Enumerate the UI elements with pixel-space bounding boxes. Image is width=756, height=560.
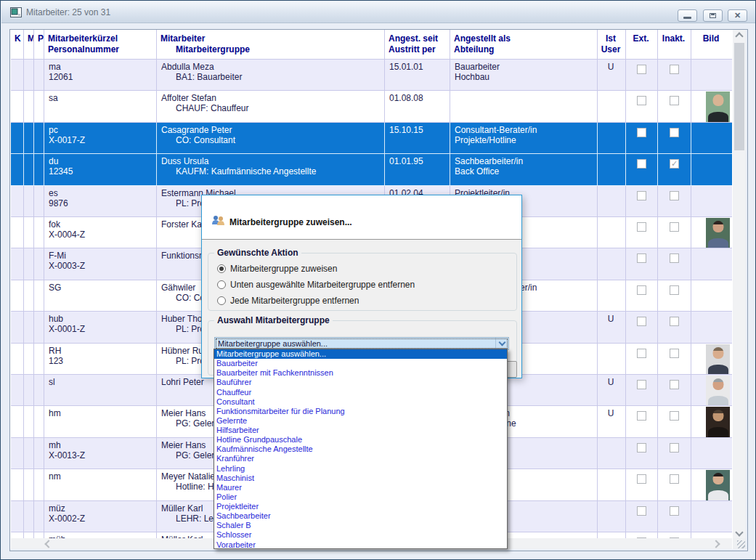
inakt-checkbox[interactable]: [670, 411, 679, 421]
dropdown-item[interactable]: Mitarbeitergruppe auswählen...: [214, 349, 507, 359]
window-titlebar[interactable]: Mitarbeiter: 25 von 31 ✕: [1, 1, 756, 23]
combobox-dropdown-button[interactable]: [495, 338, 508, 349]
column-header-angest-seit[interactable]: Angest. seit Austritt per: [385, 30, 450, 60]
ext-checkbox[interactable]: [637, 65, 646, 74]
inakt-checkbox[interactable]: [670, 65, 679, 74]
inakt-checkbox[interactable]: [670, 506, 679, 516]
ext-checkbox[interactable]: [637, 285, 646, 295]
ext-checkbox[interactable]: [637, 96, 646, 105]
inakt-checkbox[interactable]: [670, 128, 679, 137]
radio-option[interactable]: Unten ausgewählte Mitarbeitergruppe entf…: [217, 280, 415, 290]
ext-checkbox[interactable]: [637, 128, 646, 137]
dropdown-item[interactable]: Funktionsmitarbeiter für die Planung: [214, 407, 507, 416]
radio-label: Mitarbeitergruppe zuweisen: [230, 264, 337, 274]
dropdown-item[interactable]: Gelernte: [214, 416, 507, 426]
inakt-checkbox[interactable]: [670, 159, 679, 169]
table-row[interactable]: du12345Duss UrsulaKAUFM: Kaufmännische A…: [11, 154, 732, 185]
radio-option[interactable]: Jede Mitarbeitergruppe entfernen: [217, 296, 359, 306]
ist-user-text: [598, 248, 625, 251]
dropdown-item[interactable]: Hotline Grundpauschale: [214, 435, 507, 445]
ext-checkbox[interactable]: [637, 411, 646, 421]
employee-photo: [706, 376, 730, 405]
ext-checkbox[interactable]: [637, 159, 646, 169]
resize-grip-icon[interactable]: [737, 540, 745, 548]
group-dropdown-list[interactable]: Mitarbeitergruppe auswählen...Bauarbeite…: [214, 349, 508, 549]
cell-angest-seit: 15.10.15: [385, 123, 450, 153]
dropdown-item[interactable]: Lehrling: [214, 464, 507, 474]
dropdown-item[interactable]: Schlosser: [214, 530, 507, 540]
ext-checkbox[interactable]: [637, 349, 646, 358]
dropdown-item[interactable]: Sachbearbeiter: [214, 511, 507, 521]
ext-checkbox[interactable]: [637, 380, 646, 389]
radio-button[interactable]: [217, 264, 226, 273]
column-header-p[interactable]: P: [34, 30, 44, 60]
column-header-k[interactable]: K: [11, 30, 24, 60]
close-button[interactable]: ✕: [728, 9, 747, 22]
column-header-ist-user[interactable]: Ist User: [598, 30, 626, 60]
dropdown-item[interactable]: Kaufmännische Angestellte: [214, 445, 507, 454]
table-row[interactable]: saAffolter StefanCHAUF: Chauffeur01.08.0…: [11, 91, 732, 122]
inakt-checkbox[interactable]: [670, 222, 679, 232]
table-row[interactable]: pcX-0017-ZCasagrande PeterCO: Consultant…: [11, 123, 732, 154]
mitarbeiter-name: Abdulla Meza: [157, 60, 384, 72]
radio-button[interactable]: [217, 280, 226, 289]
inakt-checkbox[interactable]: [670, 317, 679, 326]
dropdown-item[interactable]: Vorarbeiter: [214, 540, 507, 550]
radio-option[interactable]: Mitarbeitergruppe zuweisen: [217, 264, 337, 274]
ext-checkbox[interactable]: [637, 443, 646, 453]
ext-checkbox[interactable]: [637, 506, 646, 516]
kuerzel-text: es: [44, 186, 156, 198]
cell-ext: [626, 501, 658, 532]
vertical-scrollbar[interactable]: [733, 30, 746, 538]
minimize-button[interactable]: [678, 9, 697, 22]
column-header-inakt[interactable]: Inakt.: [658, 30, 691, 60]
ist-user-text: [598, 344, 625, 346]
dropdown-item[interactable]: Hilfsarbeiter: [214, 426, 507, 435]
cell-p: [34, 154, 44, 184]
dropdown-item[interactable]: Schaler B: [214, 521, 507, 530]
cell-angestellt-abteilung: Sachbearbeiter/inBack Office: [450, 154, 598, 184]
dropdown-item[interactable]: Projektleiter: [214, 502, 507, 511]
column-header-bild[interactable]: Bild: [691, 30, 732, 60]
dropdown-item[interactable]: Bauarbeiter: [214, 359, 507, 368]
column-header-ext[interactable]: Ext.: [626, 30, 658, 60]
inakt-checkbox[interactable]: [670, 253, 679, 263]
dropdown-item[interactable]: Maurer: [214, 483, 507, 492]
angestellt-text: Sachbearbeiter/in: [450, 154, 597, 166]
scroll-down-button[interactable]: [733, 526, 746, 538]
kuerzel-text: ma: [44, 60, 156, 72]
inakt-checkbox[interactable]: [670, 96, 679, 105]
ist-user-text: [598, 217, 625, 219]
dropdown-item[interactable]: Kranführer: [214, 454, 507, 463]
dropdown-item[interactable]: Polier: [214, 492, 507, 502]
ist-user-text: [598, 123, 625, 125]
scroll-left-button[interactable]: [40, 538, 57, 549]
scroll-right-button[interactable]: [707, 538, 725, 549]
inakt-checkbox[interactable]: [670, 443, 679, 453]
inakt-checkbox[interactable]: [670, 349, 679, 358]
dropdown-item[interactable]: Maschinist: [214, 474, 507, 483]
inakt-checkbox[interactable]: [670, 380, 679, 389]
dropdown-item[interactable]: Chauffeur: [214, 388, 507, 397]
ext-checkbox[interactable]: [637, 222, 646, 232]
inakt-checkbox[interactable]: [670, 474, 679, 484]
column-header-angestellt-als[interactable]: Angestellt als Abteilung: [450, 30, 598, 60]
scroll-up-button[interactable]: [733, 30, 746, 42]
ext-checkbox[interactable]: [637, 474, 646, 484]
restore-button[interactable]: [703, 9, 723, 22]
dropdown-item[interactable]: Consultant: [214, 397, 507, 407]
ext-checkbox[interactable]: [637, 191, 646, 200]
dropdown-item[interactable]: Bauführer: [214, 378, 507, 387]
ext-checkbox[interactable]: [637, 317, 646, 326]
radio-button[interactable]: [217, 296, 226, 305]
ext-checkbox[interactable]: [637, 253, 646, 263]
cell-p: [34, 469, 44, 500]
column-header-mitarbeiter[interactable]: Mitarbeiter Mitarbeitergruppe: [157, 30, 385, 60]
column-header-m[interactable]: M: [24, 30, 34, 60]
inakt-checkbox[interactable]: [670, 285, 679, 295]
dropdown-item[interactable]: Bauarbeiter mit Fachkenntnissen: [214, 368, 507, 378]
column-header-kuerzel[interactable]: Mitarbeiterkürzel Personalnummer: [44, 30, 157, 60]
vertical-scrollbar-thumb[interactable]: [734, 43, 744, 150]
table-row[interactable]: ma12061Abdulla MezaBA1: Bauarbeiter15.01…: [11, 60, 732, 91]
inakt-checkbox[interactable]: [670, 191, 679, 200]
